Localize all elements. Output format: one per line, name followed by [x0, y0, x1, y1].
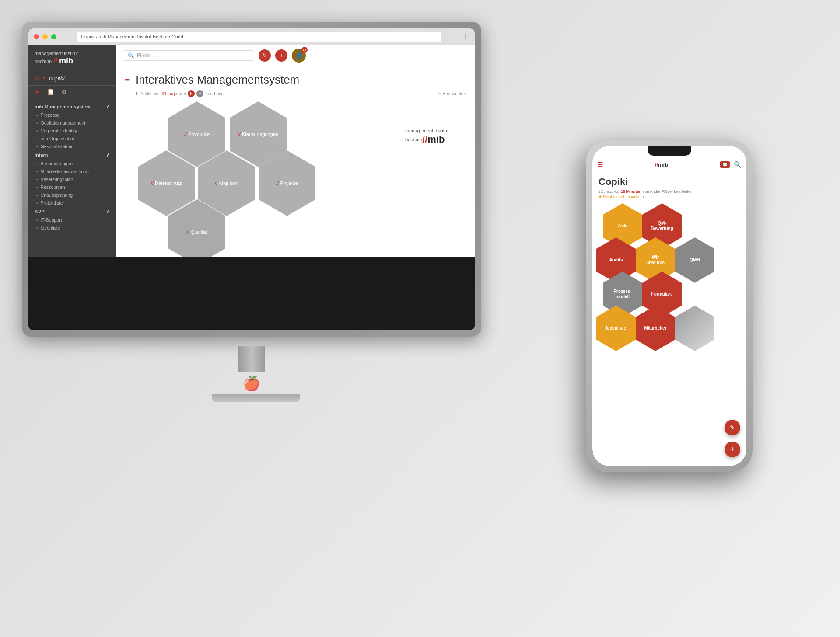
sidebar-item-itsupport[interactable]: ▪ IT-Support — [28, 216, 116, 224]
phone-watch-link[interactable]: ★ Nicht mehr beobachten — [598, 195, 740, 199]
brand-line1: management institut — [405, 128, 448, 134]
traffic-light-maximize[interactable] — [51, 34, 56, 39]
logo-slashes: // — [53, 57, 57, 65]
nav-item-label-qualitat: Qualitätsmanagement — [41, 120, 86, 125]
sidebar-item-besetzung[interactable]: ▪ Besetzungsplan — [28, 175, 116, 183]
phone-app-header: ☰ // mib 💬 🔍 — [592, 158, 746, 171]
phone-hex-label-qmh: QMH — [690, 258, 700, 263]
hex-qualitat[interactable]: // Qualität — [168, 199, 225, 257]
hex-label-qualitat: // Qualität — [183, 230, 210, 235]
add-button[interactable]: + — [275, 49, 287, 62]
imac-apple-logo: 🍎 — [212, 372, 291, 394]
browser-tab-title: Copiki - mib Management Institut Bochum … — [81, 34, 186, 39]
copiki-gear-icon: ✦ — [42, 75, 46, 81]
copiki-logo: ⚙ ✦ copiki — [28, 71, 116, 86]
phone-meta-prefix: Zuletzt vor — [601, 189, 620, 194]
hex-slash-projekte: // — [276, 181, 279, 186]
phone-fab-edit-button[interactable]: ✎ — [724, 420, 740, 435]
sidebar-item-organisation[interactable]: ▪ mib-Organisation — [28, 135, 116, 143]
phone-hex-photo[interactable] — [675, 306, 714, 351]
nav-item-icon-corporate: ▪ — [36, 129, 38, 133]
info-icon: ℹ — [136, 91, 138, 96]
logo-line1: management institut — [35, 50, 110, 56]
sidebar-item-urlaub[interactable]: ▪ Urlaubsplanung — [28, 191, 116, 199]
meta-user1-badge: K — [188, 90, 195, 97]
phone-screen: ☰ // mib 💬 🔍 Copiki — [592, 146, 746, 466]
nav-group-intern-chevron: ∧ — [106, 152, 110, 158]
nav-group-kvp: KVP ∧ — [28, 207, 116, 216]
sidebar-nav: mib Managementsystem ∧ ▪ Prozesse ▪ Qual… — [28, 98, 116, 257]
edit-button[interactable]: ✎ — [259, 49, 271, 62]
phone-hex-grid: Ziele QM-Bewertung A — [598, 203, 740, 378]
nav-item-icon-urlaub: ▪ — [36, 193, 38, 198]
imac-stand: 🍎 — [212, 346, 291, 402]
nav-item-label-itsupport: IT-Support — [41, 217, 62, 223]
avatar-badge: 18 — [301, 47, 308, 53]
meta-user2-badge: H — [196, 90, 203, 97]
hamburger-icon[interactable]: ☰ — [125, 76, 130, 83]
nav-item-icon-prozesse: ▪ — [36, 113, 38, 118]
phone-page-title: Copiki — [598, 176, 740, 188]
phone-content: Copiki ℹ Zuletzt vor 18 Minuten von Andr… — [592, 171, 746, 466]
phone-watch-label: ★ Nicht mehr beobachten — [598, 195, 644, 199]
phone-hex-label-formulare: Formulare — [651, 292, 673, 297]
phone-hamburger-icon[interactable]: ☰ — [598, 161, 603, 168]
search-icon: 🔍 — [128, 52, 134, 59]
phone-fab-add-button[interactable]: + — [724, 442, 740, 457]
phone-meta-time: 18 Minuten — [621, 189, 641, 194]
avatar[interactable]: 👤 18 — [292, 49, 306, 63]
scene: Copiki - mib Management Institut Bochum … — [0, 0, 840, 637]
nav-item-icon-besetzung: ▪ — [36, 177, 38, 182]
hex-label-protokolle: // Protokolle — [181, 132, 213, 137]
sidebar-clipboard-icon: 📋 — [47, 88, 54, 95]
phone-logo-slashes: // — [655, 161, 658, 168]
meta-days: 91 Tage — [162, 91, 177, 96]
browser-url-bar: Copiki - mib Management Institut Bochum … — [77, 32, 441, 42]
traffic-light-close[interactable] — [34, 34, 39, 39]
phone-info-icon: ℹ — [598, 189, 600, 194]
beobachten-link[interactable]: ✩ Beobachten — [438, 91, 466, 96]
sidebar-item-geschäft[interactable]: ▪ Geschäftsfelder — [28, 143, 116, 150]
page-options-icon[interactable]: ⋮ — [458, 73, 466, 83]
browser-menu-dots[interactable]: ⋮ — [462, 32, 469, 41]
phone-hex-label-audits: Audits — [609, 258, 623, 263]
imac-screen-bezel: Copiki - mib Management Institut Bochum … — [28, 28, 475, 330]
search-box[interactable]: 🔍 Finde ... — [123, 50, 254, 61]
copiki-label: copiki — [49, 75, 65, 82]
sidebar-item-ressourcen[interactable]: ▪ Ressourcen — [28, 183, 116, 191]
sidebar-item-ideenliste[interactable]: ▪ Ideenliste — [28, 224, 116, 232]
sidebar-item-mitarbeiter[interactable]: ▪ Mitarbeiterbesprechung — [28, 167, 116, 175]
nav-item-label-besetzung: Besetzungsplan — [41, 177, 74, 182]
page-meta: ℹ Zuletzt vor 91 Tage von K H bearbeitet… — [136, 90, 466, 97]
phone-chat-icon[interactable]: 💬 — [720, 161, 730, 168]
sidebar-nav-icon: ➤ — [35, 88, 40, 95]
main-content: 🔍 Finde ... ✎ + 👤 18 — [116, 45, 475, 257]
phone-logo: // mib — [655, 161, 668, 168]
sidebar-item-qualitat[interactable]: ▪ Qualitätsmanagement — [28, 119, 116, 127]
phone-hex-mitarbeiter[interactable]: Mitarbeiter — [636, 306, 675, 351]
phone-hex-label-mitarbeiter: Mitarbeiter — [644, 326, 666, 331]
imac-base — [212, 394, 300, 402]
imac-neck — [238, 346, 265, 372]
phone-fab-add-icon: + — [730, 445, 735, 454]
nav-group-management: mib Managementsystem ∧ — [28, 102, 116, 111]
nav-item-icon-itsupport: ▪ — [36, 218, 38, 223]
nav-item-label-mitarbeiter: Mitarbeiterbesprechung — [41, 169, 89, 174]
page-content: ☰ Interaktives Managementsystem ⋮ ℹ Zule… — [116, 66, 475, 257]
nav-item-label-corporate: Corporate Identity — [41, 128, 77, 133]
smartphone-device: ☰ // mib 💬 🔍 Copiki — [586, 140, 752, 472]
phone-meta-by: von André Plöger bearbeitet — [643, 189, 692, 194]
sidebar-item-besprechungen[interactable]: ▪ Besprechungen — [28, 160, 116, 167]
hex-slash-protokolle: // — [184, 132, 187, 137]
sidebar-item-projektliste[interactable]: ▪ Projektliste — [28, 199, 116, 207]
logo-mib-row: bochum // mib — [35, 56, 110, 66]
nav-item-label-organisation: mib-Organisation — [41, 136, 76, 141]
page-header: ☰ Interaktives Managementsystem ⋮ — [125, 73, 466, 87]
nav-item-label-besprechungen: Besprechungen — [41, 161, 73, 166]
sidebar-item-prozesse[interactable]: ▪ Prozesse — [28, 111, 116, 119]
phone-search-icon[interactable]: 🔍 — [734, 161, 741, 168]
traffic-light-minimize[interactable] — [42, 34, 48, 39]
hex-projekte[interactable]: // Projekte — [259, 150, 315, 216]
sidebar-item-corporate[interactable]: ▪ Corporate Identity — [28, 127, 116, 135]
phone-hex-ideenliste[interactable]: Ideenliste — [596, 306, 636, 351]
